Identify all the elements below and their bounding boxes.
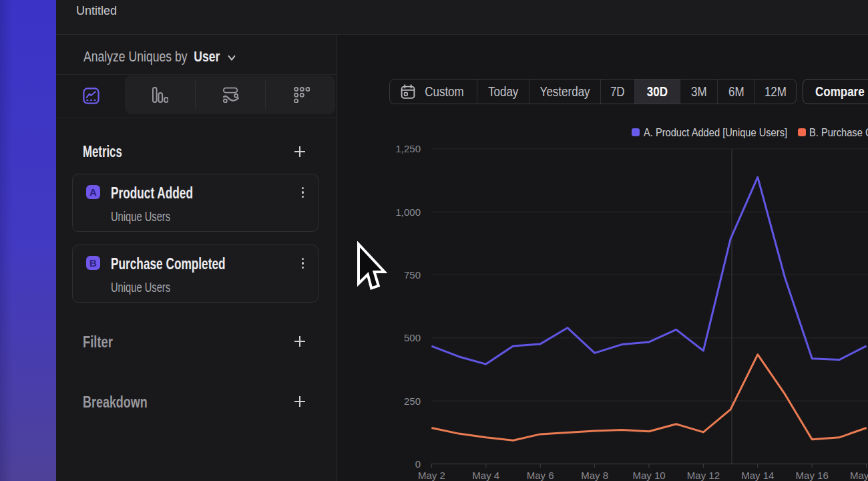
svg-text:May 16: May 16 <box>796 470 829 481</box>
svg-text:May 2: May 2 <box>418 470 445 481</box>
svg-text:May 14: May 14 <box>741 470 774 481</box>
svg-text:250: 250 <box>404 395 421 407</box>
svg-text:1,250: 1,250 <box>395 143 421 154</box>
svg-text:May 18: May 18 <box>850 470 868 481</box>
svg-text:0: 0 <box>415 458 421 470</box>
svg-text:750: 750 <box>404 269 421 281</box>
svg-text:May 8: May 8 <box>581 470 608 481</box>
svg-text:May 6: May 6 <box>527 470 554 481</box>
svg-text:May 10: May 10 <box>632 470 665 481</box>
svg-text:May 12: May 12 <box>687 470 720 481</box>
svg-text:500: 500 <box>404 332 421 343</box>
svg-text:1,000: 1,000 <box>395 206 421 218</box>
svg-text:May 4: May 4 <box>472 470 499 481</box>
